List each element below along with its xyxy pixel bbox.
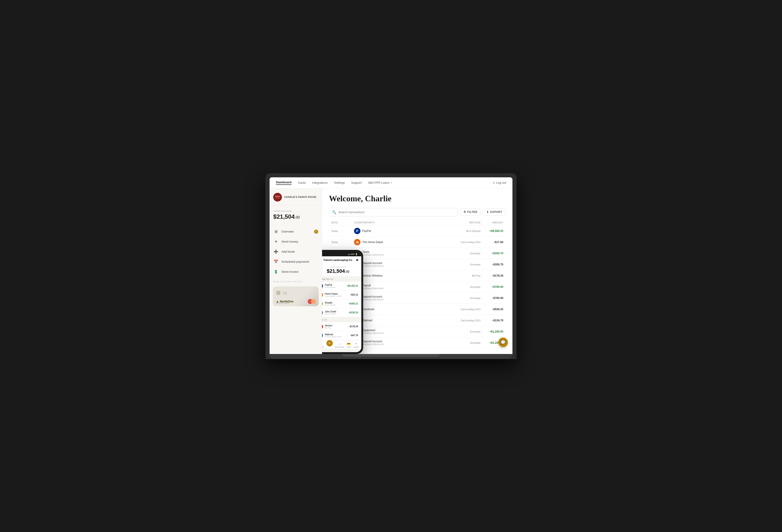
phone-tx-amount: −$47.76 (350, 334, 358, 336)
tx-counterparty: P PayPal (354, 228, 446, 234)
sidebar-navigation: ⊞ Overview 3 ✈ Send money ➕ Add funds 📅 (270, 227, 322, 277)
search-input[interactable] (338, 210, 455, 214)
tx-name-group: Payroll Envelope Adjustment (362, 284, 384, 290)
phone-tx-row[interactable]: H Home Depot Card ending in 3444 −$25.31 (322, 290, 361, 299)
logout-button[interactable]: ⎋ Log out (493, 181, 506, 184)
tx-method: Envelope (446, 342, 481, 344)
sidebar-item-send-invoice[interactable]: 💲 Send invoice (270, 267, 322, 277)
tx-name: Walmart (362, 319, 372, 322)
phone-tx-logo: W (322, 333, 323, 338)
phone-transaction-list-2: V Verizon Bill Pay −$178.34 W Walmart Ca… (322, 322, 361, 340)
filter-button[interactable]: ⚗ FILTER (460, 208, 481, 216)
search-box[interactable]: 🔍 (329, 208, 458, 216)
filter-label: FILTER (467, 210, 477, 214)
tx-method: ACH Deposit (446, 229, 481, 232)
export-button[interactable]: ⬇ EXPORT (483, 208, 506, 216)
nav-cards[interactable]: Cards (298, 181, 306, 184)
sidebar-item-add-funds[interactable]: ➕ Add funds (270, 247, 322, 257)
phone-tx-row[interactable]: V Verizon Bill Pay −$178.34 (322, 322, 361, 331)
phone-tx-row[interactable]: S Shopify ACH Transfer +$450.21 (322, 299, 361, 308)
tx-name: Deposit Account (362, 295, 384, 298)
nav-integrations[interactable]: Integrations (312, 181, 328, 184)
phone-tx-info: Shopify ACH Transfer (325, 302, 336, 306)
phone-tx-sub: ACH Transfer (325, 304, 336, 306)
nav-sba[interactable]: SBA PPP Loans (368, 181, 392, 184)
phone-tx-sub: Card ending in 3444 (325, 295, 341, 297)
tx-method: Envelope (446, 330, 481, 333)
export-icon: ⬇ (487, 210, 489, 214)
phone-tx-sub: Card ending in 3444 (325, 336, 341, 338)
tx-amount: −$17.84 (481, 241, 503, 244)
tx-amount: +$760.00 (481, 285, 503, 288)
filter-icon: ⚗ (463, 210, 466, 214)
tx-counterparty: = Deposit Account Envelope Adjustment (354, 295, 446, 301)
tx-date: Today (331, 241, 354, 244)
svg-text:HOUSE: HOUSE (276, 197, 280, 199)
balance-amount: $21,504.00 (273, 213, 318, 220)
search-row: 🔍 ⚗ FILTER ⬇ EXPORT (329, 208, 506, 216)
scheduled-icon: 📅 (273, 259, 279, 264)
tx-name: Deposit Account (362, 261, 384, 265)
phone-tx-amount: +$230.23 (349, 311, 358, 314)
tx-amount: −$760.00 (481, 296, 503, 300)
phone-add-button[interactable]: + (326, 340, 333, 347)
phone-tx-row[interactable]: P PayPal ACH Deposit +$9,450.21 (322, 282, 361, 290)
add-funds-icon: ➕ (273, 249, 279, 254)
nav-dashboard[interactable]: Dashboard (276, 180, 291, 185)
phone-tx-info: Verizon Bill Pay (325, 324, 332, 329)
laptop-screen: Dashboard Cards Integrations Settings Su… (270, 177, 512, 354)
phone-nav-add[interactable]: + (326, 343, 333, 347)
nav-support[interactable]: Support (351, 181, 362, 184)
phone-grid-icon: ⊞ (356, 258, 358, 261)
phone-nav-move-money-label: Move Money (335, 346, 344, 348)
tx-method: Card ending 2313 (446, 319, 481, 322)
tx-name-group: Deposit Account Envelope Adjustment (362, 340, 384, 346)
tx-date: Today (331, 229, 354, 232)
sidebar-item-overview[interactable]: ⊞ Overview 3 (270, 227, 322, 237)
debit-card: ▦ )))) ▲ NorthOne business debit (273, 286, 319, 306)
phone-date-2: y, Nov. 21 (322, 317, 361, 322)
table-row[interactable]: Today P PayPal ACH Deposit +$9,500.23 (329, 225, 506, 237)
phone-tx-sub: Wire Transfer (325, 313, 336, 315)
tx-sub: Envelope Adjustment (362, 332, 384, 334)
table-row[interactable]: Today 🏠 The Home Depot Card ending 2313 … (329, 237, 506, 248)
company-info: RANCH HOUSE CHARLIE'S RANCH HOUSE (270, 193, 322, 205)
nav-settings[interactable]: Settings (334, 181, 345, 184)
phone-balance-section: YOUR BALANCE $21,504.00 (322, 264, 361, 277)
tx-method: Envelope (446, 297, 481, 299)
sidebar-item-scheduled[interactable]: 📅 Scheduled payments (270, 257, 322, 267)
phone-tx-name: John Smith (325, 310, 336, 313)
tx-name-group: Walmart (362, 319, 372, 322)
tx-counterparty: V Verizon Wireless (354, 273, 446, 279)
tx-name: Equipment (362, 329, 384, 332)
chat-button[interactable]: 💬 (498, 338, 508, 347)
phone-tx-row[interactable]: JS John Smith Wire Transfer +$230.23 (322, 308, 361, 317)
phone-move-money-icon: ↔ (338, 342, 341, 346)
col-amount: AMOUNT (481, 221, 503, 224)
col-method: METHOD (446, 221, 481, 224)
phone-tx-info: Home Depot Card ending in 3444 (325, 293, 341, 297)
tx-name: Deposit Account (362, 340, 384, 343)
phone-nav-move-money[interactable]: ↔ Move Money (335, 342, 344, 348)
phone-nav-overview[interactable]: ⊞ Overview (322, 342, 324, 348)
invoice-icon: 💲 (273, 269, 279, 275)
card-chip-area: ▦ )))) (276, 290, 315, 295)
phone-nav-cards[interactable]: 💳 Cards (347, 342, 351, 348)
mc-orange-circle (311, 299, 316, 304)
tx-name: Taxes (362, 250, 384, 254)
overview-icon: ⊞ (273, 229, 279, 235)
tx-logo: P (354, 228, 360, 234)
phone-tx-amount: +$450.21 (349, 303, 358, 305)
svg-text:RANCH: RANCH (275, 196, 280, 197)
sidebar-item-send-money[interactable]: ✈ Send money (270, 237, 322, 247)
phone-nav-support[interactable]: ? Support (353, 342, 359, 348)
phone-tx-info: PayPal ACH Deposit (325, 284, 335, 288)
phone-tx-row[interactable]: W Walmart Card ending in 3444 −$47.76 (322, 331, 361, 340)
col-counterparty: COUNTERPARTY (354, 221, 446, 224)
tx-name-group: Taxes Envelope Adjustment (362, 250, 384, 256)
phone-tx-amount-group: −$178.34 (349, 325, 358, 328)
phone-nav-support-label: Support (353, 346, 359, 348)
sidebar-label-add-funds: Add funds (281, 250, 295, 253)
balance-label: YOUR BALANCE (273, 210, 318, 212)
sidebar-label-send-money: Send money (281, 240, 298, 243)
